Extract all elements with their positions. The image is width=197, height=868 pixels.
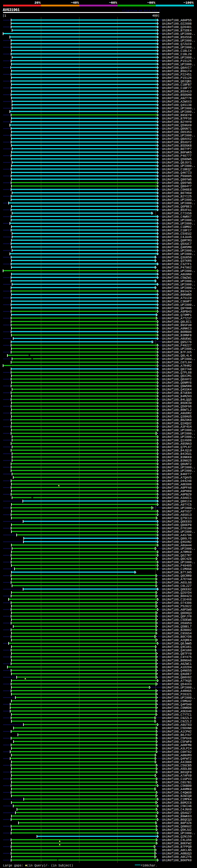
svg-text:UniRef100_Q5AGZ7: UniRef100_Q5AGZ7	[162, 811, 192, 815]
svg-text:UniRef100_A7S1I9: UniRef100_A7S1I9	[162, 297, 192, 300]
svg-text:~80%: ~80%	[147, 1, 156, 5]
svg-text:UniRef100_Q4P5H9: UniRef100_Q4P5H9	[162, 703, 192, 706]
svg-text:UniRef100_P52822: UniRef100_P52822	[162, 605, 192, 608]
svg-text:UniRef100_B8N6A6: UniRef100_B8N6A6	[162, 659, 192, 662]
svg-text:=100char.: =100char.	[141, 864, 157, 867]
svg-text:UniRef100_C1GPV3: UniRef100_C1GPV3	[162, 777, 192, 781]
svg-text:UniRef100_B8P326: UniRef100_B8P326	[162, 822, 192, 825]
svg-text:UniRef100_A5E640: UniRef100_A5E640	[162, 710, 192, 713]
svg-text:UniRef100_B3NKK9: UniRef100_B3NKK9	[162, 456, 192, 459]
svg-text:UniRef100_C1BFI7: UniRef100_C1BFI7	[162, 229, 192, 232]
svg-text:UniRef100_B7SDE4: UniRef100_B7SDE4	[162, 29, 192, 32]
svg-text:UniRef100_C7YTC1: UniRef100_C7YTC1	[162, 713, 192, 716]
svg-text:20%: 20%	[34, 1, 41, 5]
svg-text:UniRef100_Q6NMY6: UniRef100_Q6NMY6	[162, 381, 192, 384]
svg-text:UniRef100_A9UT63: UniRef100_A9UT63	[162, 723, 192, 727]
svg-text:UniRef100_A7R4R2: UniRef100_A7R4R2	[162, 364, 192, 368]
svg-text:UniRef100_A8E608: UniRef100_A8E608	[162, 483, 192, 486]
svg-text:UniRef100_B7PFS8: UniRef100_B7PFS8	[162, 117, 192, 120]
svg-text:UniRef100_A0CLN5: UniRef100_A0CLN5	[162, 848, 192, 852]
svg-text:UniRef100_B0KWN5: UniRef100_B0KWN5	[162, 293, 192, 297]
svg-text:UniRef100_B7TJH5: UniRef100_B7TJH5	[162, 571, 192, 574]
svg-text:UniRef100_Q26481: UniRef100_Q26481	[162, 26, 192, 29]
svg-text:UniRef100_Q6FJY0: UniRef100_Q6FJY0	[162, 615, 192, 618]
svg-text:UniRef100_Q3U850: UniRef100_Q3U850	[162, 256, 192, 259]
svg-text:UniRef100_C5WZW1: UniRef100_C5WZW1	[162, 276, 192, 280]
svg-text:UniRef100_C5DXN6: UniRef100_C5DXN6	[162, 727, 192, 730]
svg-text:UniRef100_B6SQF0: UniRef100_B6SQF0	[162, 771, 192, 774]
svg-text:UniRef100_Q8LBI1: UniRef100_Q8LBI1	[162, 320, 192, 323]
svg-text:UniRef100_B6JYA7: UniRef100_B6JYA7	[162, 734, 192, 737]
svg-text:UniRef100_UPI000..: UniRef100_UPI000..	[162, 283, 195, 286]
svg-text:UniRef100_P49227: UniRef100_P49227	[162, 344, 192, 347]
svg-text:UniRef100_B9SFU0: UniRef100_B9SFU0	[162, 323, 192, 327]
svg-text:UniRef100_Q56FG6: UniRef100_Q56FG6	[162, 405, 192, 408]
svg-text:UniRef100_B4KFT7: UniRef100_B4KFT7	[162, 473, 192, 476]
svg-text:UniRef100_B3RNF8: UniRef100_B3RNF8	[162, 334, 192, 337]
svg-text:UniRef100_Q70MP1: UniRef100_Q70MP1	[162, 313, 192, 317]
svg-text:UniRef100_C5KB00: UniRef100_C5KB00	[162, 784, 192, 787]
svg-text:UniRef100_A5DLB6: UniRef100_A5DLB6	[162, 767, 192, 771]
svg-text:UniRef100_A0BUQ3: UniRef100_A0BUQ3	[162, 852, 192, 856]
svg-text:UniRef100_UPI000..: UniRef100_UPI000..	[162, 469, 195, 473]
svg-text:UniRef100_Q4CU60: UniRef100_Q4CU60	[162, 649, 192, 652]
svg-text:UniRef100_Q8TFY0: UniRef100_Q8TFY0	[162, 652, 192, 655]
svg-text:UniRef100_P46777: UniRef100_P46777	[162, 154, 192, 158]
svg-text:UniRef100_Q8MTM3: UniRef100_Q8MTM3	[162, 239, 192, 242]
svg-text:UniRef100_C1M0G8: UniRef100_C1M0G8	[162, 567, 192, 571]
svg-text:UniRef100_C5DEW6: UniRef100_C5DEW6	[162, 618, 192, 622]
svg-text:UniRef100_UPI000..: UniRef100_UPI000..	[162, 347, 195, 351]
svg-text:UniRef100_UPI000..: UniRef100_UPI000..	[162, 46, 195, 49]
svg-text:UniRef100_UPI000..: UniRef100_UPI000..	[162, 252, 195, 256]
svg-text:UniRef100_Q6CRR9: UniRef100_Q6CRR9	[162, 574, 192, 578]
svg-text:UniRef100_UPI000..: UniRef100_UPI000..	[162, 547, 195, 551]
svg-text:UniRef100_A4RHG5: UniRef100_A4RHG5	[162, 689, 192, 693]
svg-text:~40%: ~40%	[71, 1, 79, 5]
svg-text:UniRef100_C7IXS6: UniRef100_C7IXS6	[162, 212, 192, 215]
svg-text:UniRef100_Q4CU61: UniRef100_Q4CU61	[162, 645, 192, 649]
svg-text:UniRef100_C0L2Z7: UniRef100_C0L2Z7	[162, 584, 192, 588]
svg-text:UniRef100_Q5BEL7: UniRef100_Q5BEL7	[162, 625, 192, 628]
svg-text:UniRef100_O59953: UniRef100_O59953	[162, 622, 192, 625]
svg-text:UniRef100_P47962: UniRef100_P47962	[162, 266, 192, 270]
svg-text:AV631961: AV631961	[3, 8, 20, 12]
svg-text:UniRef100_C5P6X6: UniRef100_C5P6X6	[162, 737, 192, 740]
svg-text:UniRef100_B6RB96: UniRef100_B6RB96	[162, 331, 192, 334]
svg-text:UniRef100_UPI000..: UniRef100_UPI000..	[162, 561, 195, 564]
svg-text:UniRef100_Q9Y0H6: UniRef100_Q9Y0H6	[162, 307, 192, 310]
svg-text:UniRef100_C1E4X6: UniRef100_C1E4X6	[162, 598, 192, 601]
svg-text:UniRef100_O44248: UniRef100_O44248	[162, 479, 192, 483]
svg-text:UniRef100_Q8AVI7: UniRef100_Q8AVI7	[162, 66, 192, 70]
svg-text:UniRef100_Q95276: UniRef100_Q95276	[162, 341, 192, 344]
svg-text:UniRef100_UPI000..: UniRef100_UPI000..	[162, 202, 195, 205]
svg-text:UniRef100_C4WRX7: UniRef100_C4WRX7	[162, 215, 192, 219]
svg-text:UniRef100_Q59GX9: UniRef100_Q59GX9	[162, 124, 192, 127]
svg-text:UniRef100_C0S7B1: UniRef100_C0S7B1	[162, 781, 192, 784]
svg-text:UniRef100_B9WK63: UniRef100_B9WK63	[162, 815, 192, 818]
svg-text:UniRef100_UPI000..: UniRef100_UPI000..	[162, 270, 195, 273]
svg-text:UniRef100_C1BEQ7: UniRef100_C1BEQ7	[162, 168, 192, 171]
svg-text:UniRef100_A9PB43: UniRef100_A9PB43	[162, 310, 192, 313]
svg-text:UniRef100_UPI000..: UniRef100_UPI000..	[162, 435, 195, 439]
svg-text:UniRef100_Q9W5R8: UniRef100_Q9W5R8	[162, 384, 192, 388]
svg-text:UniRef100_UPI000..: UniRef100_UPI000..	[162, 832, 195, 835]
svg-text:UniRef100_C9ZZL2: UniRef100_C9ZZL2	[162, 720, 192, 723]
svg-text:UniRef100_UPI000..: UniRef100_UPI000..	[162, 198, 195, 202]
svg-text:UniRef100_UPI000..: UniRef100_UPI000..	[162, 134, 195, 137]
svg-text:UniRef100_A2QRE4: UniRef100_A2QRE4	[162, 639, 192, 642]
svg-text:UniRef100_Q1HQU2: UniRef100_Q1HQU2	[162, 422, 192, 425]
svg-text:UniRef100_A9PFA8: UniRef100_A9PFA8	[162, 486, 192, 490]
svg-text:UniRef100_C0NRD6: UniRef100_C0NRD6	[162, 706, 192, 710]
svg-text:UniRef100_B6THG9: UniRef100_B6THG9	[162, 191, 192, 195]
svg-text:UniRef100_A7TKQ5: UniRef100_A7TKQ5	[162, 679, 192, 683]
svg-text:UniRef100_UPI000..: UniRef100_UPI000..	[162, 107, 195, 110]
svg-text:UniRef100_Q7ZUI0: UniRef100_Q7ZUI0	[162, 42, 192, 46]
svg-text:UniRef100_C9ZZL3: UniRef100_C9ZZL3	[162, 716, 192, 720]
svg-text:UniRef100_C0H8E8: UniRef100_C0H8E8	[162, 188, 192, 191]
svg-text:UniRef100_Q90YW5: UniRef100_Q90YW5	[162, 181, 192, 185]
svg-text:UniRef100_Q7PL67: UniRef100_Q7PL67	[162, 445, 192, 449]
svg-text:UniRef100_B0CYD8: UniRef100_B0CYD8	[162, 635, 192, 639]
svg-text:UniRef100_Q627R7: UniRef100_Q627R7	[162, 554, 192, 557]
svg-text:UniRef100_A9TYC5: UniRef100_A9TYC5	[162, 503, 192, 506]
svg-text:UniRef100_Q6EE83: UniRef100_Q6EE83	[162, 520, 192, 523]
